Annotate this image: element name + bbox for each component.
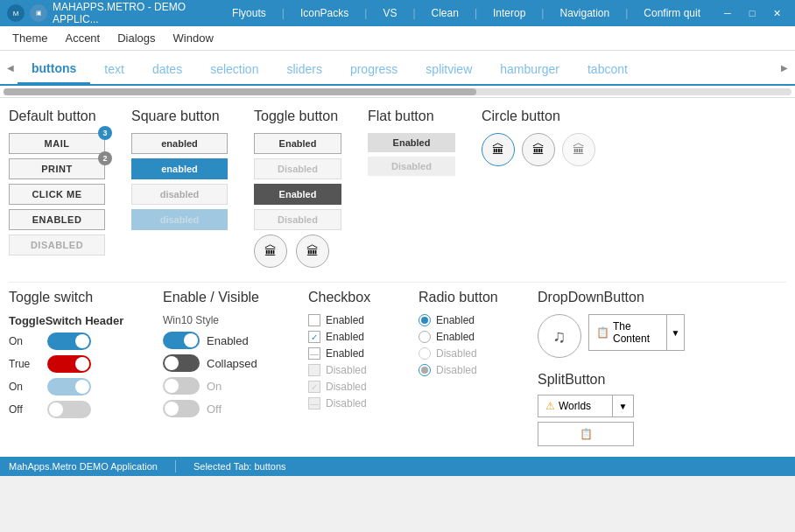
tab-progress[interactable]: progress: [336, 53, 412, 85]
tab-buttons[interactable]: buttons: [18, 53, 90, 85]
dropdown-btn-main[interactable]: 📋 The Content: [589, 315, 666, 350]
menu-dialogs[interactable]: Dialogs: [109, 28, 164, 48]
square-enabled-blue[interactable]: enabled: [131, 158, 228, 179]
circle-button-title: Circle button: [482, 108, 599, 124]
checkbox-title: Checkbox: [308, 290, 405, 305]
top-sections: Default button MAIL 3 PRINT 2 CLICK ME E…: [9, 108, 786, 268]
music-button[interactable]: ♫: [538, 314, 581, 358]
worlds-button[interactable]: ⚠ Worlds ▼: [538, 395, 634, 417]
menu-window[interactable]: Window: [165, 28, 222, 48]
ts-row-true: True: [9, 355, 149, 373]
print-button-wrapper: PRINT 2: [9, 158, 105, 179]
clickme-button[interactable]: CLICK ME: [9, 184, 105, 205]
icon-toggle-buttons: 🏛 🏛: [254, 234, 359, 268]
ev-toggle-enabled[interactable]: [163, 332, 200, 349]
mail-button[interactable]: MAIL: [9, 133, 105, 154]
ev-thumb-off: [165, 402, 179, 416]
tab-bar: ◀ buttons text dates selection sliders p…: [0, 51, 795, 86]
nav-vs[interactable]: VS: [376, 7, 404, 19]
flat-enabled[interactable]: Enabled: [368, 133, 455, 152]
nav-confirm-quit[interactable]: Confirm quit: [637, 7, 707, 19]
menu-accent[interactable]: Accent: [56, 28, 109, 48]
splitbutton-bottom[interactable]: 📋: [538, 422, 634, 446]
ts-switch-on2[interactable]: [47, 378, 91, 396]
ev-row-collapsed: Collapsed: [163, 354, 294, 372]
dropdown-section: DropDownButton ♫ 📋 The Content ▼: [538, 290, 685, 446]
ev-toggle-collapsed[interactable]: [163, 354, 200, 372]
ts-row-off: Off: [9, 401, 149, 418]
menubar: Theme Accent Dialogs Window: [0, 26, 795, 51]
radio-3: [419, 347, 431, 360]
notebook-icon: 📋: [596, 326, 609, 339]
maximize-button[interactable]: □: [741, 4, 763, 22]
worlds-btn-main[interactable]: ⚠ Worlds: [538, 396, 612, 416]
toggle-icon-2[interactable]: 🏛: [296, 234, 329, 268]
building-icon-2: 🏛: [306, 244, 319, 258]
tab-scroll-right[interactable]: ▶: [777, 52, 791, 83]
square-enabled-1[interactable]: enabled: [131, 133, 228, 154]
tab-scroll-left[interactable]: ◀: [4, 52, 18, 83]
music-icon: ♫: [553, 326, 566, 346]
tab-sliders[interactable]: sliders: [272, 53, 335, 85]
scrollbar-thumb[interactable]: [4, 88, 476, 95]
radio-1[interactable]: [419, 314, 431, 326]
ts-switch-on[interactable]: [47, 332, 91, 350]
circle-btn-1[interactable]: 🏛: [482, 133, 515, 166]
window-title: MAHAPPS.METRO - DEMO APPLIC...: [53, 1, 225, 25]
dropdown-content-label: The Content: [613, 320, 659, 345]
app-icon: ▣: [30, 4, 47, 22]
toggle-enabled-active[interactable]: Enabled: [254, 184, 341, 205]
ev-thumb-enabled: [184, 333, 198, 347]
enabled-button[interactable]: ENABLED: [9, 209, 105, 230]
tab-splitview[interactable]: splitview: [412, 53, 486, 85]
dropdown-title: DropDownButton: [538, 290, 685, 305]
cb-row-6: — Disabled: [308, 397, 405, 410]
rb-label-3: Disabled: [436, 347, 477, 360]
toggle-enabled-1[interactable]: Enabled: [254, 133, 341, 154]
toggle-disabled-2: Disabled: [254, 209, 341, 230]
nav-iconpacks[interactable]: IconPacks: [293, 7, 355, 19]
nav-navigation[interactable]: Navigation: [552, 7, 616, 19]
nav-separator5: |: [534, 7, 551, 19]
bottom-sections: Toggle switch ToggleSwitch Header On Tru…: [9, 290, 786, 446]
checkbox-1[interactable]: [308, 314, 320, 326]
tab-text[interactable]: text: [90, 53, 138, 85]
scrollbar-track[interactable]: [4, 88, 791, 95]
toggle-switch-header: ToggleSwitch Header: [9, 314, 149, 327]
ev-label-enabled: Enabled: [207, 334, 249, 347]
circle-button-section: Circle button 🏛 🏛 🏛: [482, 108, 599, 268]
ts-switch-true[interactable]: [47, 355, 91, 373]
nav-flyouts[interactable]: Flyouts: [225, 7, 273, 19]
cb-label-5: Disabled: [326, 381, 367, 393]
checkbox-2[interactable]: ✓: [308, 331, 320, 343]
radio-dot-1: [421, 317, 428, 324]
horizontal-scrollbar[interactable]: [0, 86, 795, 98]
ev-label-on: On: [207, 380, 222, 393]
nav-separator6: |: [618, 7, 635, 19]
dropdown-btn-arrow[interactable]: ▼: [666, 315, 684, 350]
worlds-btn-arrow[interactable]: ▼: [612, 396, 633, 416]
ts-switch-off[interactable]: [47, 401, 91, 418]
rb-label-4: Disabled: [436, 364, 477, 376]
close-button[interactable]: ✕: [765, 4, 788, 22]
dropdown-button[interactable]: 📋 The Content ▼: [588, 314, 685, 351]
flat-disabled: Disabled: [368, 157, 455, 176]
tab-dates[interactable]: dates: [138, 53, 196, 85]
nav-clean[interactable]: Clean: [425, 7, 466, 19]
radio-2[interactable]: [419, 331, 431, 343]
nav-interop[interactable]: Interop: [486, 7, 532, 19]
ts-thumb-true: [75, 357, 89, 371]
chevron-down-icon: ▼: [672, 328, 680, 338]
minimize-button[interactable]: ─: [716, 4, 739, 22]
nav-separator2: |: [357, 7, 374, 19]
checkbox-5: ✓: [308, 381, 320, 393]
tab-hamburger[interactable]: hamburger: [486, 53, 573, 85]
tab-tabcont[interactable]: tabcont: [573, 53, 642, 85]
circle-btn-2[interactable]: 🏛: [522, 133, 555, 166]
toggle-icon-1[interactable]: 🏛: [254, 234, 287, 268]
print-button[interactable]: PRINT: [9, 158, 105, 179]
checkbox-3[interactable]: —: [308, 347, 320, 360]
tab-selection[interactable]: selection: [196, 53, 272, 85]
splitbutton-title: SplitButton: [538, 372, 685, 388]
menu-theme[interactable]: Theme: [4, 28, 56, 48]
